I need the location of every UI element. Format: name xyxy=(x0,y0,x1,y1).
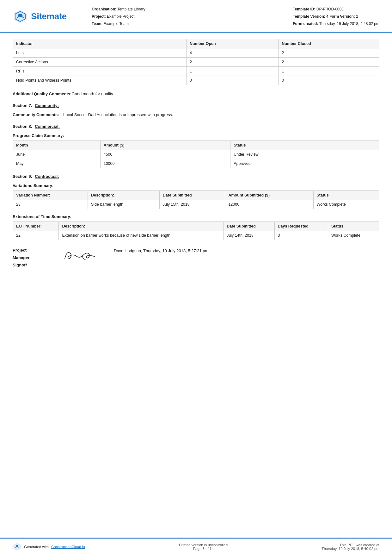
section9-number: Section 9: xyxy=(13,174,32,179)
var-status-cell: Works Complete xyxy=(313,200,379,209)
header-meta: Organisation: Template Library Project: … xyxy=(82,6,379,27)
status-cell: Under Review xyxy=(230,150,379,159)
month-cell: May xyxy=(13,159,101,168)
indicator-cell: Hold Points and Witness Points xyxy=(13,76,187,85)
project-label: Project: xyxy=(92,14,106,19)
section8-number: Section 8: xyxy=(13,124,32,129)
progress-claim-table: Month Amount ($) Status June 4500 Under … xyxy=(13,140,379,168)
footer-pdf-created-date: Thursday, 19 July 2018, 5:40:02 pm xyxy=(322,547,379,551)
status-cell: Approved xyxy=(230,159,379,168)
closed-cell: 0 xyxy=(279,76,379,85)
var-number-col-header: Variation Number: xyxy=(13,191,88,200)
month-col-header: Month xyxy=(13,141,101,150)
amount-col-header: Amount ($) xyxy=(100,141,230,150)
footer-pdf-created-label: This PDF was created at xyxy=(322,543,379,547)
page-footer: Generated with ConstructionCloud.io Prin… xyxy=(0,538,392,555)
eot-title: Extensions of Time Summary: xyxy=(13,214,379,219)
open-cell: 1 xyxy=(187,67,279,76)
org-label: Organisation: xyxy=(92,7,116,11)
amount-cell: 10000 xyxy=(100,159,230,168)
signoff-label: Project Manager Signoff xyxy=(13,246,51,269)
progress-claim-title: Progress Claim Summary: xyxy=(13,133,379,138)
team-label: Team: xyxy=(92,22,102,26)
var-date-col-header: Date Submitted xyxy=(159,191,225,200)
table-row: May 10000 Approved xyxy=(13,159,379,168)
var-amount-cell: 12000 xyxy=(225,200,313,209)
page-header: Sitemate Organisation: Template Library … xyxy=(0,0,392,33)
footer-page-number: Page 3 of 14 xyxy=(179,547,228,551)
var-date-cell: July 15th, 2018 xyxy=(159,200,225,209)
footer-right: This PDF was created at Thursday, 19 Jul… xyxy=(322,543,379,551)
community-comments-row: Community Comments: Local Soccer Dad Ass… xyxy=(13,111,379,118)
variations-title: Variations Summary: xyxy=(13,183,379,188)
var-status-col-header: Status xyxy=(313,191,379,200)
form-created-label: Form created: xyxy=(293,22,318,26)
footer-center: Printed version is uncontrolled Page 3 o… xyxy=(179,543,228,551)
signoff-label-line3: Signoff xyxy=(13,263,27,267)
eot-days-cell: 3 xyxy=(274,231,328,240)
footer-generated-text: Generated with xyxy=(24,545,49,549)
eot-table: EOT Number: Description: Date Submitted … xyxy=(13,221,379,240)
number-open-col-header: Number Open xyxy=(187,39,279,48)
footer-uncontrolled: Printed version is uncontrolled xyxy=(179,543,228,547)
project-value: Example Project xyxy=(107,14,134,19)
table-row: 22 Extension on barrier works because of… xyxy=(13,231,379,240)
community-comments-label: Community Comments: xyxy=(13,112,63,117)
template-id-label: Template ID: xyxy=(293,7,315,11)
table-row: June 4500 Under Review xyxy=(13,150,379,159)
section9-name: Contractual: xyxy=(35,174,59,179)
month-cell: June xyxy=(13,150,101,159)
header-meta-left: Organisation: Template Library Project: … xyxy=(92,6,145,27)
additional-quality-row: Additional Quality Comments: Good month … xyxy=(13,90,379,97)
indicators-table: Indicator Number Open Number Closed Lots… xyxy=(13,39,379,85)
open-cell: 4 xyxy=(187,48,279,58)
eot-desc-cell: Extension on barrier works because of ne… xyxy=(59,231,224,240)
eot-date-col-header: Date Submitted xyxy=(224,222,274,231)
indicator-cell: Corrective Actions xyxy=(13,58,187,67)
amount-cell: 4500 xyxy=(100,150,230,159)
table-row: Corrective Actions 2 2 xyxy=(13,58,379,67)
section7-name: Community: xyxy=(35,103,59,108)
footer-link[interactable]: ConstructionCloud.io xyxy=(51,545,85,549)
logo-area: Sitemate xyxy=(13,9,82,24)
template-version-label: Template Version: xyxy=(293,14,325,19)
eot-days-col-header: Days Requested xyxy=(274,222,328,231)
indicator-cell: Lots xyxy=(13,48,187,58)
closed-cell: 1 xyxy=(279,67,379,76)
additional-quality-value: Good month for quality xyxy=(71,91,113,96)
main-content: Indicator Number Open Number Closed Lots… xyxy=(0,33,392,300)
open-cell: 0 xyxy=(187,76,279,85)
community-comments-value: Local Soccer Dad Association is unimpres… xyxy=(63,112,173,117)
eot-status-col-header: Status xyxy=(328,222,379,231)
form-created-value: Thursday, 19 July 2018, 4:48:02 pm xyxy=(319,22,379,26)
var-number-cell: 23 xyxy=(13,200,88,209)
org-value: Template Library xyxy=(117,7,145,11)
signoff-details: Dave Hodgson, Thursday, 19 July 2018, 5:… xyxy=(114,246,208,253)
signoff-label-line2: Manager xyxy=(13,255,29,260)
logo-text: Sitemate xyxy=(31,11,67,22)
additional-quality-label: Additional Quality Comments: xyxy=(13,91,71,96)
template-version-value: 4 xyxy=(326,14,328,19)
section7-heading: Section 7:Community: xyxy=(13,103,379,108)
signature-svg xyxy=(62,246,103,264)
closed-cell: 2 xyxy=(279,58,379,67)
table-row: Hold Points and Witness Points 0 0 xyxy=(13,76,379,85)
signature-image xyxy=(60,246,104,264)
form-version-label: Form Version: xyxy=(329,14,355,19)
var-desc-col-header: Description: xyxy=(88,191,160,200)
open-cell: 2 xyxy=(187,58,279,67)
table-row: 23 Side barrier length July 15th, 2018 1… xyxy=(13,200,379,209)
eot-number-col-header: EOT Number: xyxy=(13,222,59,231)
status-col-header: Status xyxy=(230,141,379,150)
number-closed-col-header: Number Closed xyxy=(279,39,379,48)
indicator-cell: RFIs xyxy=(13,67,187,76)
eot-status-cell: Works Complete xyxy=(328,231,379,240)
variations-table: Variation Number: Description: Date Subm… xyxy=(13,190,379,209)
var-amount-col-header: Amount Submitted ($) xyxy=(225,191,313,200)
eot-desc-col-header: Description: xyxy=(59,222,224,231)
template-id-value: DP-PROD-0003 xyxy=(316,7,344,11)
signoff-label-line1: Project xyxy=(13,248,27,253)
footer-left: Generated with ConstructionCloud.io xyxy=(13,542,85,551)
footer-logo-icon xyxy=(13,542,21,551)
section8-heading: Section 8:Commercial: xyxy=(13,124,379,129)
